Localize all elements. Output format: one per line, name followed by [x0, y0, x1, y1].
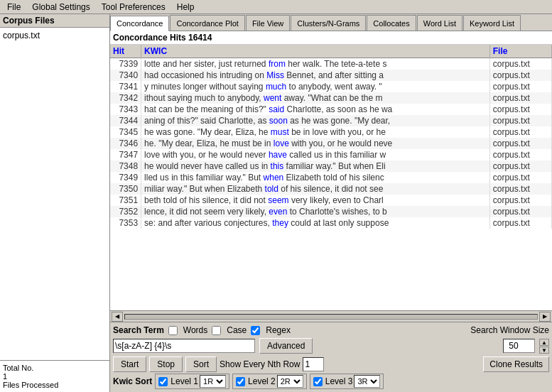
hit-cell: 7341	[110, 81, 141, 92]
hit-cell: 7342	[110, 92, 141, 104]
table-row[interactable]: 7342ithout saying much to anybody, went …	[110, 92, 552, 104]
level2-checkbox[interactable]	[236, 377, 245, 386]
file-cell: corpus.txt	[489, 104, 551, 115]
kwic-cell: lled us in this familiar way." But when …	[141, 172, 490, 183]
level1-select[interactable]: 1R2R3R1L2L3L	[200, 375, 226, 388]
files-processed-label: Files Processed	[3, 381, 107, 389]
table-row[interactable]: 7344aning of this?" said Charlotte, as s…	[110, 115, 552, 126]
scroll-right-btn[interactable]: ▶	[539, 312, 551, 322]
concordance-table: Hit KWIC File 7339lotte and her sister, …	[110, 45, 552, 229]
menu-file[interactable]: File	[1, 1, 26, 13]
start-button[interactable]: Start	[113, 356, 146, 372]
table-row[interactable]: 7345he was gone. "My dear, Eliza, he mus…	[110, 126, 552, 138]
concordance-hits-count: 16414	[188, 33, 212, 43]
words-checkbox[interactable]	[168, 326, 178, 335]
menu-global-settings[interactable]: Global Settings	[26, 1, 95, 13]
concordance-table-container[interactable]: Hit KWIC File 7339lotte and her sister, …	[110, 45, 552, 310]
table-row[interactable]: 7339lotte and her sister, just returned …	[110, 58, 552, 70]
show-every-input[interactable]	[303, 357, 324, 371]
table-row[interactable]: 7346he. "My dear, Eliza, he must be in l…	[110, 138, 552, 149]
table-row[interactable]: 7341y minutes longer without saying much…	[110, 81, 552, 92]
level2-label: Level 2	[248, 376, 276, 386]
level3-select[interactable]: 1R2R3R1L2L3L	[354, 375, 380, 388]
col-header-hit: Hit	[110, 45, 141, 58]
level2-select[interactable]: 1R2R3R1L2L3L	[277, 375, 303, 388]
file-cell: corpus.txt	[489, 115, 551, 126]
table-row[interactable]: 7348he would never have called us in thi…	[110, 160, 552, 172]
hit-cell: 7345	[110, 126, 141, 138]
advanced-button[interactable]: Advanced	[259, 338, 313, 354]
words-label: Words	[183, 325, 207, 335]
tab-word-list[interactable]: Word List	[417, 15, 462, 31]
hit-cell: 7339	[110, 58, 141, 70]
col-header-kwic: KWIC	[141, 45, 490, 58]
search-window-input[interactable]	[503, 339, 535, 353]
control-area: Search Term Words Case Regex Search Wind…	[110, 322, 552, 392]
concordance-hits-label: Concordance Hits	[113, 33, 186, 43]
case-checkbox[interactable]	[212, 326, 221, 335]
table-row[interactable]: 7350miliar way." But when Elizabeth told…	[110, 183, 552, 195]
hit-cell: 7343	[110, 104, 141, 115]
horizontal-scrollbar[interactable]: ◀ ▶	[110, 310, 552, 322]
kwic-sort-title: Kwic Sort	[113, 376, 152, 386]
menu-tool-preferences[interactable]: Tool Preferences	[96, 1, 171, 13]
scroll-track[interactable]	[124, 314, 538, 320]
table-row[interactable]: 7351beth told of his silence, it did not…	[110, 195, 552, 206]
table-row[interactable]: 7353se: and after various conjectures, t…	[110, 217, 552, 229]
stop-button[interactable]: Stop	[149, 356, 183, 372]
hit-cell: 7352	[110, 206, 141, 217]
search-window-down[interactable]: ▼	[539, 347, 549, 354]
total-no-value: 1	[3, 372, 107, 381]
scroll-left-btn[interactable]: ◀	[112, 312, 123, 322]
level1-checkbox[interactable]	[158, 377, 168, 386]
hit-cell: 7350	[110, 183, 141, 195]
kwic-cell: se: and after various conjectures, they …	[141, 217, 490, 229]
file-cell: corpus.txt	[489, 126, 551, 138]
file-cell: corpus.txt	[489, 58, 551, 70]
file-cell: corpus.txt	[489, 70, 551, 81]
tab-clusters-ngrams[interactable]: Clusters/N-Grams	[291, 15, 366, 31]
hit-cell: 7347	[110, 149, 141, 160]
table-row[interactable]: 7343hat can be the meaning of this?" sai…	[110, 104, 552, 115]
tab-collocates[interactable]: Collocates	[367, 15, 416, 31]
search-window-label: Search Window Size	[470, 325, 549, 335]
table-row[interactable]: 7352lence, it did not seem very likely, …	[110, 206, 552, 217]
sort-button[interactable]: Sort	[185, 356, 217, 372]
table-row[interactable]: 7349lled us in this familiar way." But w…	[110, 172, 552, 183]
file-cell: corpus.txt	[489, 160, 551, 172]
kwic-cell: hat can be the meaning of this?" said Ch…	[141, 104, 490, 115]
corpus-item[interactable]: corpus.txt	[3, 31, 107, 40]
search-window-up[interactable]: ▲	[539, 339, 549, 346]
show-every-label: Show Every Nth Row	[220, 359, 300, 369]
hit-cell: 7346	[110, 138, 141, 149]
regex-checkbox[interactable]	[251, 326, 260, 335]
level3-checkbox[interactable]	[313, 377, 323, 386]
file-cell: corpus.txt	[489, 81, 551, 92]
concordance-table-body: 7339lotte and her sister, just returned …	[110, 58, 552, 229]
kwic-cell: beth told of his silence, it did not see…	[141, 195, 490, 206]
corpus-list: corpus.txt	[0, 28, 109, 360]
concordance-hits-header: Concordance Hits 16414	[110, 31, 552, 45]
table-row[interactable]: 7340had occasioned his intruding on Miss…	[110, 70, 552, 81]
kwic-cell: y minutes longer without saying much to …	[141, 81, 490, 92]
content-area: Concordance Concordance Plot File View C…	[110, 14, 552, 392]
menu-help[interactable]: Help	[171, 1, 200, 13]
kwic-cell: he. "My dear, Eliza, he must be in love …	[141, 138, 490, 149]
table-row[interactable]: 7347love with you, or he would never hav…	[110, 149, 552, 160]
hit-cell: 7351	[110, 195, 141, 206]
kwic-cell: miliar way." But when Elizabeth told of …	[141, 183, 490, 195]
file-cell: corpus.txt	[489, 195, 551, 206]
sidebar-footer: Total No. 1 Files Processed	[0, 360, 109, 392]
level2-group: Level 2 1R2R3R1L2L3L	[232, 374, 307, 389]
kwic-sort-row: Kwic Sort Level 1 1R2R3R1L2L3L Level 2 1…	[113, 374, 549, 389]
tab-concordance-plot[interactable]: Concordance Plot	[170, 15, 244, 31]
tab-keyword-list[interactable]: Keyword List	[463, 15, 521, 31]
tab-file-view[interactable]: File View	[246, 15, 290, 31]
total-no-label: Total No.	[3, 364, 107, 372]
hit-cell: 7349	[110, 172, 141, 183]
kwic-cell: he was gone. "My dear, Eliza, he must be…	[141, 126, 490, 138]
search-input[interactable]	[113, 339, 255, 353]
clone-results-button[interactable]: Clone Results	[483, 356, 549, 372]
tab-concordance[interactable]: Concordance	[110, 16, 169, 31]
kwic-cell: ithout saying much to anybody, went away…	[141, 92, 490, 104]
